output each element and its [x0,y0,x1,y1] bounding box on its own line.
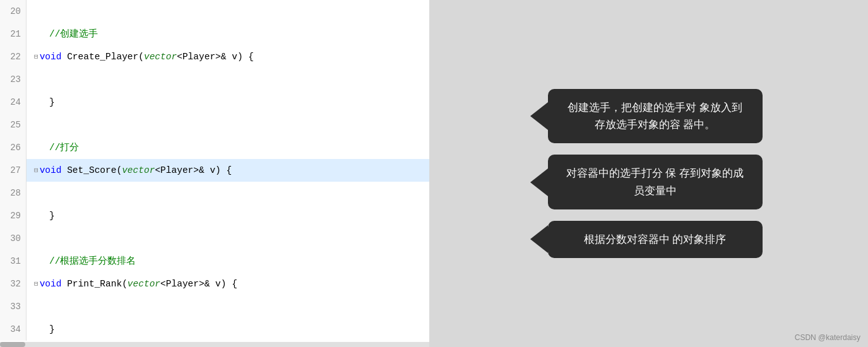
collapse-marker[interactable]: ⊟ [34,273,39,295]
code-panel: 2021//创建选手22⊟void Create_Player(vector<P… [0,0,429,347]
code-line: 23 [0,68,429,91]
line-content: ⊟void Print_Rank(vector<Player>& v) { [27,273,239,295]
code-line: 34} [0,318,429,341]
line-content: } [27,318,55,341]
annotation-box: 创建选手，把创建的选手对 象放入到存放选手对象的容 器中。 [548,89,763,143]
code-line: 27⊟void Set_Score(vector<Player>& v) { [0,159,429,182]
code-token: Set_Score( [61,159,122,182]
line-number: 21 [0,23,27,45]
line-number: 31 [0,250,27,273]
line-number: 30 [0,227,27,250]
code-token: void [40,273,62,295]
code-token: vector [128,273,160,295]
line-number: 29 [0,204,27,227]
line-content: //根据选手分数排名 [27,250,136,273]
code-line: 30 [0,227,429,250]
line-number: 22 [0,45,27,68]
scrollbar-x[interactable] [0,342,429,347]
collapse-marker[interactable]: ⊟ [34,159,39,182]
code-area: 2021//创建选手22⊟void Create_Player(vector<P… [0,0,429,341]
code-token: { [221,159,232,182]
code-token: & v [205,273,221,295]
code-token: <Player> [160,273,205,295]
line-content: ⊟void Set_Score(vector<Player>& v) { [27,159,232,182]
code-line: 33 [0,295,429,318]
annotation-panel: 创建选手，把创建的选手对 象放入到存放选手对象的容 器中。对容器中的选手打分 保… [429,0,868,347]
code-token: <Player> [155,159,199,182]
code-token: vector [144,45,177,68]
line-number: 25 [0,114,27,136]
code-token: } [49,204,55,227]
code-token: //根据选手分数排名 [49,250,136,273]
line-number: 27 [0,159,27,182]
scrollbar-thumb[interactable] [0,342,25,347]
code-token: } [49,91,55,114]
annotation-box: 对容器中的选手打分 保 存到对象的成员变量中 [548,155,763,209]
line-number: 34 [0,318,27,341]
code-line: 26//打分 [0,136,429,159]
line-number: 32 [0,273,27,295]
line-content: //创建选手 [27,23,98,45]
code-token: & v) [221,45,243,68]
watermark: CSDN @katerdaisy [795,333,860,342]
code-token: <Player> [177,45,221,68]
code-token: void [40,159,62,182]
line-content: } [27,204,55,227]
code-token: //创建选手 [49,23,98,45]
code-token: { [243,45,254,68]
line-number: 28 [0,182,27,204]
line-number: 26 [0,136,27,159]
code-line: 29} [0,204,429,227]
code-line: 28 [0,182,429,204]
code-token: vector [122,159,155,182]
line-content: ⊟void Create_Player(vector<Player>& v) { [27,45,254,68]
line-number: 33 [0,295,27,318]
line-number: 24 [0,91,27,114]
code-line: 32⊟void Print_Rank(vector<Player>& v) { [0,273,429,295]
code-token: Create_Player( [61,45,144,68]
code-line: 21//创建选手 [0,23,429,45]
code-token: ) { [221,273,237,295]
line-content: //打分 [27,136,79,159]
code-line: 22⊟void Create_Player(vector<Player>& v)… [0,45,429,68]
code-token: //打分 [49,136,79,159]
line-content: } [27,91,55,114]
code-token: & v) [199,159,221,182]
code-token: void [40,45,62,68]
code-line: 20 [0,0,429,23]
code-line: 31//根据选手分数排名 [0,250,429,273]
code-line: 25 [0,114,429,136]
code-token: Print_Rank( [61,273,127,295]
collapse-marker[interactable]: ⊟ [34,45,39,68]
code-token: } [49,318,55,341]
line-number: 23 [0,68,27,91]
code-line: 24} [0,91,429,114]
line-number: 20 [0,0,27,23]
annotation-box: 根据分数对容器中 的对象排序 [548,221,763,258]
